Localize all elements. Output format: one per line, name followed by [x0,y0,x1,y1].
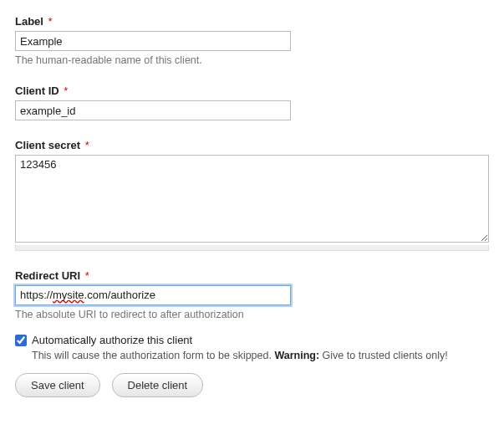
redirect-uri-field-label: Redirect URI * [15,269,489,282]
label-description: The human-readable name of this client. [15,54,489,66]
auto-authorize-description: This will cause the authorization form t… [32,350,489,361]
redirect-uri-input[interactable] [15,285,291,305]
client-secret-textarea[interactable] [15,155,489,243]
label-text: Label [15,15,43,28]
label-input[interactable] [15,31,291,51]
label-field-label: Label * [15,15,489,28]
desc-before: This will cause the authorization form t… [32,350,274,361]
required-marker: * [85,269,89,282]
label-text: Redirect URI [15,269,80,282]
required-marker: * [64,84,68,97]
desc-after: Give to trusted clients only! [319,350,448,361]
textarea-resizer[interactable] [15,245,489,251]
delete-button[interactable]: Delete client [112,373,204,397]
redirect-uri-description: The absolute URI to redirect to after au… [15,309,489,320]
auto-authorize-label[interactable]: Automatically authorize this client [32,334,192,346]
desc-warning: Warning: [274,350,319,361]
label-text: Client secret [15,139,80,151]
required-marker: * [48,15,53,28]
label-text: Client ID [15,84,59,97]
auto-authorize-checkbox[interactable] [15,335,27,346]
client-secret-field-label: Client secret * [15,139,489,151]
client-id-field-label: Client ID * [15,84,489,97]
required-marker: * [85,139,89,151]
client-id-input[interactable] [15,100,291,120]
save-button[interactable]: Save client [15,373,100,397]
